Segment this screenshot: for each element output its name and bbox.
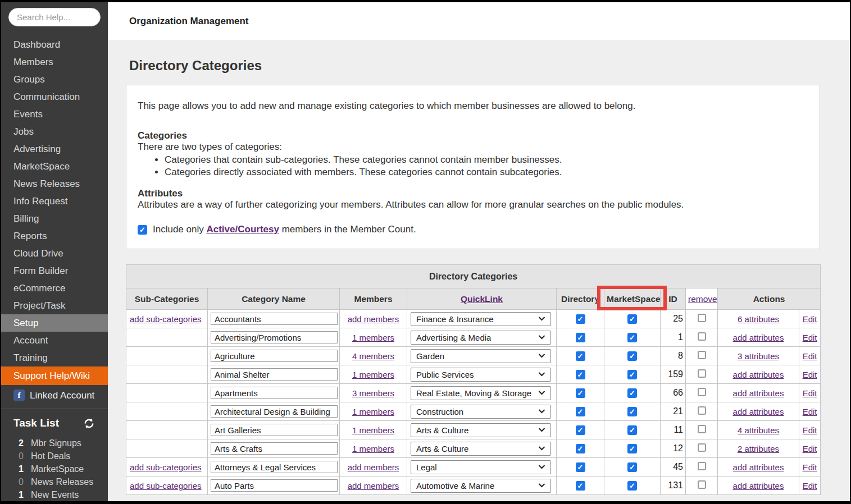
directory-checkbox[interactable] xyxy=(576,462,585,472)
remove-checkbox[interactable] xyxy=(698,406,706,415)
task-item[interactable]: 1 MarketSpace xyxy=(13,462,108,475)
remove-checkbox[interactable] xyxy=(698,332,706,341)
sidebar-item-groups[interactable]: Groups xyxy=(1,71,108,88)
directory-checkbox[interactable] xyxy=(576,314,585,324)
quicklink-select[interactable]: Arts & Culture xyxy=(411,442,551,456)
sidebar-item-reports[interactable]: Reports xyxy=(1,227,108,245)
member-count-checkbox[interactable] xyxy=(138,225,147,235)
search-input[interactable] xyxy=(8,8,101,26)
refresh-icon[interactable] xyxy=(84,418,94,429)
sidebar-item-support-help-wiki[interactable]: Support Help/Wiki xyxy=(1,366,108,385)
marketspace-checkbox[interactable] xyxy=(627,388,637,398)
marketspace-checkbox[interactable] xyxy=(627,425,637,435)
directory-checkbox[interactable] xyxy=(576,388,585,398)
sidebar-item-news-releases[interactable]: News Releases xyxy=(1,175,108,193)
sidebar-item-info-request[interactable]: Info Request xyxy=(1,193,108,210)
sidebar-item-training[interactable]: Training xyxy=(1,349,108,366)
members-link[interactable]: 1 members xyxy=(352,425,394,435)
sidebar-item-events[interactable]: Events xyxy=(1,106,108,123)
edit-link[interactable]: Edit xyxy=(803,314,817,324)
remove-checkbox[interactable] xyxy=(698,443,706,452)
marketspace-checkbox[interactable] xyxy=(627,314,637,324)
remove-checkbox[interactable] xyxy=(698,351,706,359)
attributes-link[interactable]: 4 attributes xyxy=(738,425,779,435)
category-name-input[interactable] xyxy=(211,479,338,492)
quicklink-select[interactable]: Real Estate, Moving & Storage xyxy=(411,386,551,400)
sidebar-item-marketspace[interactable]: MarketSpace xyxy=(1,158,108,175)
quicklink-select[interactable]: Arts & Culture xyxy=(411,423,551,437)
attributes-link[interactable]: add attributes xyxy=(733,333,784,342)
marketspace-checkbox[interactable] xyxy=(627,351,637,361)
attributes-link[interactable]: add attributes xyxy=(733,370,784,379)
members-link[interactable]: 1 members xyxy=(352,333,394,342)
members-link[interactable]: 1 members xyxy=(352,370,394,379)
sidebar-item-cloud-drive[interactable]: Cloud Drive xyxy=(1,245,108,262)
attributes-link[interactable]: 6 attributes xyxy=(738,314,779,324)
edit-link[interactable]: Edit xyxy=(803,351,817,361)
attributes-link[interactable]: 2 attributes xyxy=(738,444,779,453)
members-link[interactable]: 3 members xyxy=(352,388,394,398)
directory-checkbox[interactable] xyxy=(576,351,585,361)
quicklink-select[interactable]: Public Services xyxy=(411,368,551,382)
edit-link[interactable]: Edit xyxy=(803,388,817,398)
sidebar-item-ecommerce[interactable]: eCommerce xyxy=(1,280,108,297)
sidebar-item-setup[interactable]: Setup xyxy=(1,314,108,332)
sidebar-item-advertising[interactable]: Advertising xyxy=(1,140,108,158)
remove-checkbox[interactable] xyxy=(698,462,706,470)
remove-checkbox[interactable] xyxy=(698,480,706,489)
category-name-input[interactable] xyxy=(211,405,338,418)
task-item[interactable]: 0 News Releases xyxy=(13,475,108,488)
category-name-input[interactable] xyxy=(211,331,338,343)
marketspace-checkbox[interactable] xyxy=(627,407,637,416)
category-name-input[interactable] xyxy=(211,387,338,399)
attributes-link[interactable]: add attributes xyxy=(733,481,784,491)
task-item[interactable]: 0 Hot Deals xyxy=(13,450,108,462)
sidebar-item-jobs[interactable]: Jobs xyxy=(1,123,108,140)
directory-checkbox[interactable] xyxy=(576,370,585,379)
remove-checkbox[interactable] xyxy=(698,369,706,378)
add-sub-categories-link[interactable]: add sub-categories xyxy=(130,481,202,491)
marketspace-checkbox[interactable] xyxy=(627,462,637,472)
edit-link[interactable]: Edit xyxy=(803,425,817,435)
quicklink-select[interactable]: Advertising & Media xyxy=(411,331,551,345)
marketspace-checkbox[interactable] xyxy=(627,444,637,453)
edit-link[interactable]: Edit xyxy=(803,444,817,453)
sidebar-item-communication[interactable]: Communication xyxy=(1,88,108,106)
remove-checkbox[interactable] xyxy=(698,314,706,322)
attributes-link[interactable]: add attributes xyxy=(733,388,784,398)
members-link[interactable]: add members xyxy=(348,481,399,491)
directory-checkbox[interactable] xyxy=(576,444,585,453)
category-name-input[interactable] xyxy=(211,424,338,436)
attributes-link[interactable]: add attributes xyxy=(733,462,784,472)
active-courtesy-link[interactable]: Active/Courtesy xyxy=(206,224,279,235)
marketspace-checkbox[interactable] xyxy=(627,333,637,342)
sidebar-item-members[interactable]: Members xyxy=(1,53,108,71)
category-name-input[interactable] xyxy=(211,313,338,325)
quicklink-select[interactable]: Construction xyxy=(411,405,551,419)
members-link[interactable]: 1 members xyxy=(352,407,394,416)
sidebar-item-linked-account[interactable]: f Linked Account xyxy=(1,385,108,405)
edit-link[interactable]: Edit xyxy=(803,481,817,491)
category-name-input[interactable] xyxy=(211,442,338,455)
quicklink-select[interactable]: Legal xyxy=(411,460,551,474)
quicklink-select[interactable]: Garden xyxy=(411,349,551,363)
edit-link[interactable]: Edit xyxy=(803,333,817,342)
edit-link[interactable]: Edit xyxy=(803,462,817,472)
directory-checkbox[interactable] xyxy=(576,407,585,416)
category-name-input[interactable] xyxy=(211,368,338,381)
quicklink-select[interactable]: Automotive & Marine xyxy=(411,479,551,493)
attributes-link[interactable]: add attributes xyxy=(733,407,784,416)
directory-checkbox[interactable] xyxy=(576,481,585,491)
members-link[interactable]: 1 members xyxy=(352,444,394,453)
remove-checkbox[interactable] xyxy=(698,425,706,433)
sidebar-item-form-builder[interactable]: Form Builder xyxy=(1,262,108,280)
add-sub-categories-link[interactable]: add sub-categories xyxy=(130,314,202,324)
task-item[interactable]: 2 Mbr Signups xyxy=(13,437,108,450)
category-name-input[interactable] xyxy=(211,461,338,473)
sidebar-item-billing[interactable]: Billing xyxy=(1,210,108,227)
edit-link[interactable]: Edit xyxy=(803,370,817,379)
remove-header-link[interactable]: remove xyxy=(688,294,717,304)
marketspace-checkbox[interactable] xyxy=(627,481,637,491)
attributes-link[interactable]: 3 attributes xyxy=(738,351,779,361)
category-name-input[interactable] xyxy=(211,350,338,362)
